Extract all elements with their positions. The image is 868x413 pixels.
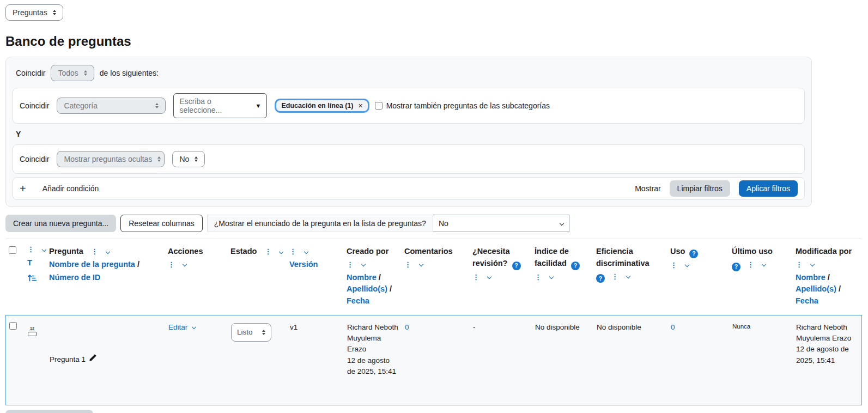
usage-column-menu[interactable]: ⋮ — [670, 262, 689, 269]
include-subcategories-checkbox[interactable] — [375, 102, 383, 110]
separator: / — [390, 284, 392, 293]
actions-column-label: Acciones — [168, 246, 226, 258]
match-type-select[interactable]: Todos — [51, 65, 94, 81]
created-by-column-label: Creado por — [347, 246, 400, 258]
status-select[interactable]: Listo — [231, 323, 271, 342]
facility-column-menu[interactable]: ⋮ — [535, 274, 553, 281]
header-discrimination-cell: Eficiencia discriminativa ? ⋮ — [596, 246, 670, 308]
match-label: Coincidir — [16, 69, 45, 77]
usage-count-link[interactable]: 0 — [671, 323, 675, 331]
qtype-badge: 12 — [29, 326, 35, 331]
row-modified-by-cell: Richard Neboth Muyulema Erazo 12 de agos… — [796, 322, 861, 397]
needs-checking-column-menu[interactable]: ⋮ — [472, 274, 491, 281]
question-bank-context-select[interactable]: Preguntas — [5, 4, 63, 21]
sort-by-name-link[interactable]: Nombre de la pregunta — [49, 260, 135, 269]
header-facility-cell: Índice de facilidad ? ⋮ — [535, 246, 596, 308]
kebab-menu-icon: ⋮ — [347, 261, 354, 268]
header-comments-cell: Comentarios ⋮ — [404, 246, 472, 308]
header-last-used-cell: Último uso ? ⋮ — [732, 246, 796, 308]
row-checkbox[interactable] — [9, 322, 17, 330]
header-created-by-cell: Creado por ⋮ Nombre / Apellido(s) / Fech… — [347, 246, 404, 308]
sort-by-lastname-link[interactable]: Apellido(s) — [796, 284, 836, 293]
reset-columns-button[interactable]: Resetear columnas — [120, 215, 203, 232]
show-label: Mostrar — [635, 184, 660, 193]
created-by-column-menu[interactable]: ⋮ — [347, 261, 365, 268]
help-icon[interactable]: ? — [512, 262, 521, 270]
category-combobox[interactable]: Escriba o seleccione... ▼ — [173, 93, 267, 118]
row-last-used-cell: Nunca — [732, 322, 796, 397]
question-column-menu[interactable]: ⋮ — [91, 248, 110, 255]
header-version-cell: ⋮ Versión — [289, 246, 347, 308]
include-subcategories-label: Mostrar también preguntas de las subcate… — [386, 101, 550, 110]
show-question-text-value: No — [439, 219, 448, 228]
filter-condition-category: Coincidir Categoría Escriba o seleccione… — [13, 88, 805, 124]
show-question-text-select[interactable]: No — [433, 215, 569, 232]
condition-field-select[interactable]: Categoría — [57, 98, 166, 114]
select-all-checkbox[interactable] — [9, 246, 16, 254]
modified-by-column-menu[interactable]: ⋮ — [796, 261, 814, 268]
actions-column-menu[interactable]: ⋮ — [168, 261, 186, 268]
edit-menu-link[interactable]: Editar — [168, 323, 196, 331]
chip-close-icon[interactable]: × — [358, 102, 362, 110]
add-condition-button[interactable]: + Añadir condición — [20, 183, 99, 195]
kebab-menu-icon: ⋮ — [472, 274, 479, 281]
help-icon[interactable]: ? — [596, 274, 605, 283]
filter-condition-hidden: Coincidir Mostrar preguntas ocultas No — [13, 144, 805, 174]
with-selected-button[interactable]: Con seleccionadas — [5, 410, 93, 413]
select-updown-icon — [262, 330, 265, 335]
clear-filters-button[interactable]: Limpiar filtros — [670, 180, 730, 197]
help-icon[interactable]: ? — [732, 263, 740, 271]
header-actions-cell: Acciones ⋮ — [168, 246, 230, 308]
discrimination-column-menu[interactable]: ⋮ — [611, 273, 630, 280]
sort-by-idnumber-link[interactable]: Número de ID — [49, 273, 100, 282]
bulk-column-menu[interactable]: ⋮ — [27, 246, 46, 253]
sort-by-date-link[interactable]: Fecha — [796, 296, 818, 305]
add-condition-label: Añadir condición — [43, 184, 99, 193]
hidden-questions-select[interactable]: Mostrar preguntas ocultas — [57, 151, 165, 167]
chevron-down-icon — [549, 275, 554, 279]
separator: / — [828, 273, 830, 282]
select-updown-icon — [155, 103, 159, 108]
sort-by-firstname-link[interactable]: Nombre — [796, 273, 825, 282]
chevron-down-icon — [279, 249, 283, 253]
question-text-toggle[interactable]: T — [27, 257, 32, 269]
filter-match-row: Coincidir Todos de los siguientes: — [16, 65, 805, 81]
question-name: Pregunta 1 — [50, 354, 86, 365]
create-question-button[interactable]: Crear una nueva pregunta... — [5, 215, 116, 232]
sort-by-version-link[interactable]: Versión — [289, 260, 318, 269]
hidden-questions-value-select[interactable]: No — [172, 151, 205, 167]
chevron-down-icon — [106, 249, 110, 253]
status-column-label: Estado — [230, 247, 257, 256]
chevron-down-icon — [361, 262, 366, 266]
select-updown-icon — [53, 10, 56, 15]
help-icon[interactable]: ? — [571, 262, 580, 270]
sort-icon[interactable] — [27, 274, 37, 286]
status-column-menu[interactable]: ⋮ — [264, 248, 283, 255]
hidden-questions-value: No — [179, 155, 189, 163]
header-usage-cell: Uso ? ⋮ — [670, 246, 732, 308]
filter-card: Coincidir Todos de los siguientes: Coinc… — [5, 57, 812, 207]
version-column-menu[interactable]: ⋮ — [289, 248, 308, 255]
chevron-down-icon — [626, 274, 630, 278]
comments-column-label: Comentarios — [404, 246, 468, 258]
edit-pencil-icon[interactable] — [89, 354, 97, 365]
help-icon[interactable]: ? — [689, 250, 698, 258]
comments-column-menu[interactable]: ⋮ — [404, 261, 423, 268]
comments-count-link[interactable]: 0 — [405, 323, 409, 331]
chevron-down-icon — [304, 249, 308, 253]
sort-by-lastname-link[interactable]: Apellido(s) — [347, 284, 387, 293]
include-subcategories-option[interactable]: Mostrar también preguntas de las subcate… — [375, 101, 550, 110]
apply-filters-button[interactable]: Aplicar filtros — [739, 180, 798, 197]
last-used-column-menu[interactable]: ⋮ — [747, 261, 766, 268]
plus-icon: + — [20, 183, 26, 195]
chevron-down-icon — [560, 221, 564, 226]
row-usage-cell: 0 — [671, 322, 732, 397]
sort-by-date-link[interactable]: Fecha — [347, 296, 369, 305]
discrimination-column-label: Eficiencia discriminativa — [596, 246, 666, 270]
kebab-menu-icon: ⋮ — [535, 274, 542, 281]
row-version-cell: v1 — [290, 322, 347, 397]
header-select-all-cell — [5, 246, 25, 308]
sort-by-firstname-link[interactable]: Nombre — [347, 273, 377, 282]
header-modified-by-cell: Modificada por ⋮ Nombre / Apellido(s) / … — [796, 246, 861, 308]
selected-category-chip[interactable]: Educación en línea (1) × — [275, 99, 369, 113]
